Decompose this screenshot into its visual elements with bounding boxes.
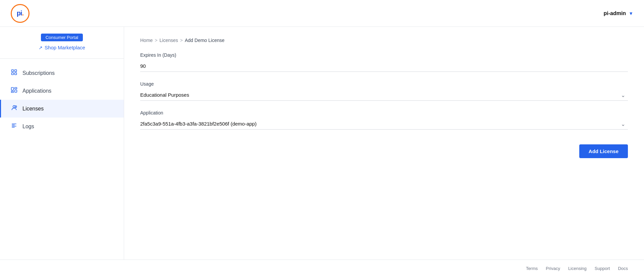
sidebar-item-applications[interactable]: Applications (0, 82, 124, 100)
subscriptions-label: Subscriptions (22, 70, 55, 76)
header: pi. pi-admin ▼ (0, 0, 644, 27)
add-license-button[interactable]: Add License (579, 144, 628, 158)
application-group: Application 2fa5c3a9-551a-4fb3-a3fa-3821… (140, 110, 628, 130)
licenses-icon (10, 104, 18, 113)
user-menu[interactable]: pi-admin ▼ (603, 10, 633, 16)
application-select[interactable]: 2fa5c3a9-551a-4fb3-a3fa-3821bf2e506f (de… (140, 118, 628, 130)
sidebar-nav: Subscriptions Applications (0, 64, 124, 135)
footer-licensing[interactable]: Licensing (568, 266, 587, 271)
footer-support[interactable]: Support (595, 266, 610, 271)
footer-terms[interactable]: Terms (526, 266, 538, 271)
svg-rect-0 (12, 70, 14, 72)
main-layout: Consumer Portal ↗ Shop Marketplace Subsc… (0, 27, 644, 260)
svg-rect-2 (12, 73, 14, 75)
button-row: Add License (140, 144, 628, 158)
footer-privacy[interactable]: Privacy (546, 266, 560, 271)
footer: Terms Privacy Licensing Support Docs (0, 260, 644, 277)
logo: pi. (11, 4, 30, 23)
consumer-portal-badge[interactable]: Consumer Portal (41, 34, 83, 41)
usage-select[interactable]: Educational Purposes Commercial Research… (140, 89, 628, 101)
expires-group: Expires In (Days) (140, 52, 628, 72)
expires-label: Expires In (Days) (140, 52, 628, 58)
logo-text: pi. (17, 9, 23, 17)
chevron-down-icon: ▼ (629, 11, 633, 16)
expires-input[interactable] (140, 60, 628, 72)
svg-rect-1 (15, 70, 17, 72)
svg-rect-4 (11, 88, 14, 90)
breadcrumb-licenses[interactable]: Licenses (160, 38, 178, 43)
breadcrumb-sep2: > (180, 38, 183, 43)
subscriptions-icon (10, 69, 18, 77)
breadcrumb-current: Add Demo License (185, 38, 224, 43)
sidebar: Consumer Portal ↗ Shop Marketplace Subsc… (0, 27, 124, 260)
licenses-label: Licenses (22, 106, 44, 112)
application-label: Application (140, 110, 628, 116)
external-link-icon: ↗ (39, 45, 43, 50)
content: Home > Licenses > Add Demo License Expir… (124, 27, 644, 260)
breadcrumb-sep1: > (155, 38, 157, 43)
logs-icon (10, 122, 18, 131)
sidebar-item-licenses[interactable]: Licenses (0, 100, 124, 118)
logo-area: pi. (11, 4, 30, 23)
svg-point-9 (15, 106, 17, 107)
svg-rect-5 (15, 88, 17, 89)
applications-icon (10, 87, 18, 95)
svg-rect-7 (11, 91, 14, 92)
footer-docs[interactable]: Docs (618, 266, 628, 271)
sidebar-item-subscriptions[interactable]: Subscriptions (0, 64, 124, 82)
shop-marketplace-link[interactable]: ↗ Shop Marketplace (39, 45, 85, 50)
sidebar-item-logs[interactable]: Logs (0, 118, 124, 135)
portal-section: Consumer Portal ↗ Shop Marketplace (0, 34, 124, 59)
breadcrumb-home[interactable]: Home (140, 38, 153, 43)
user-name: pi-admin (603, 10, 626, 16)
usage-select-wrapper: Educational Purposes Commercial Research… (140, 89, 628, 101)
usage-label: Usage (140, 81, 628, 87)
svg-rect-6 (15, 90, 17, 92)
breadcrumb: Home > Licenses > Add Demo License (140, 38, 628, 43)
logs-label: Logs (22, 124, 34, 130)
svg-rect-3 (15, 73, 17, 75)
application-select-wrapper: 2fa5c3a9-551a-4fb3-a3fa-3821bf2e506f (de… (140, 118, 628, 130)
usage-group: Usage Educational Purposes Commercial Re… (140, 81, 628, 101)
applications-label: Applications (22, 88, 51, 94)
shop-marketplace-label: Shop Marketplace (45, 45, 85, 50)
